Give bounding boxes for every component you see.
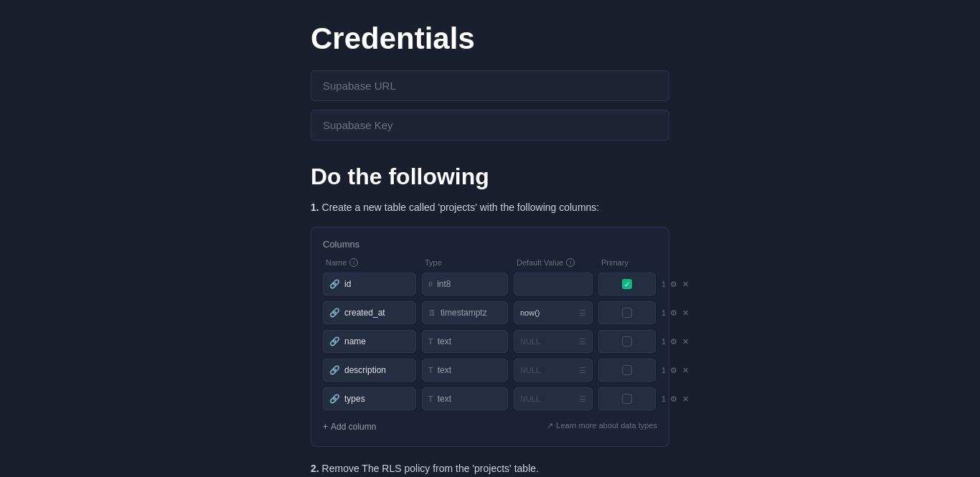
name-cell-name: 🔗 name (323, 330, 416, 353)
text-icon: T (428, 366, 433, 374)
table-row: 🔗 id # int8 ✓ 1 ⚙ ✕ (323, 273, 657, 296)
columns-table: Columns Name i Type Default Value i Prim… (311, 227, 669, 447)
column-headers: Name i Type Default Value i Primary (323, 258, 657, 267)
row-delete-types[interactable]: ✕ (681, 392, 690, 405)
link-icon: 🔗 (329, 336, 340, 346)
step1-instruction: 1. Create a new table called 'projects' … (311, 200, 669, 215)
table-footer: + Add column ↗ Learn more about data typ… (323, 416, 657, 435)
table-row: 🔗 types T text NULL ☰ 1 ⚙ ✕ (323, 387, 657, 410)
primary-header: Primary (601, 258, 659, 267)
hash-icon: # (428, 280, 433, 288)
name-cell-created-at: 🔗 created_at (323, 301, 416, 324)
primary-checkbox-description[interactable] (622, 365, 632, 375)
plus-icon: + (323, 422, 328, 432)
primary-cell-types (598, 387, 656, 410)
row-actions-name: 1 ⚙ ✕ (661, 335, 690, 348)
type-cell-name: T text (422, 330, 508, 353)
type-cell-id: # int8 (422, 273, 508, 296)
row-delete-created-at[interactable]: ✕ (681, 306, 690, 319)
primary-cell-id: ✓ (598, 273, 656, 296)
row-delete-id[interactable]: ✕ (681, 278, 690, 291)
row-actions-description: 1 ⚙ ✕ (661, 364, 690, 377)
learn-more-link[interactable]: ↗ Learn more about data types (547, 421, 657, 430)
columns-label: Columns (323, 239, 657, 250)
page-title: Credentials (311, 22, 669, 56)
default-cell-created-at: now() ☰ (514, 301, 593, 324)
name-info-icon: i (349, 258, 358, 267)
row-actions-created-at: 1 ⚙ ✕ (661, 306, 690, 319)
primary-checkbox-name[interactable] (622, 336, 632, 346)
row-delete-description[interactable]: ✕ (681, 364, 690, 377)
supabase-key-input[interactable] (311, 110, 669, 141)
row-delete-name[interactable]: ✕ (681, 335, 690, 348)
text-icon: T (428, 337, 433, 346)
link-icon: 🔗 (329, 308, 340, 318)
link-icon: 🔗 (329, 394, 340, 404)
text-icon: T (428, 395, 433, 403)
default-info-icon: i (566, 258, 575, 267)
section-title: Do the following (311, 164, 669, 190)
main-container: Credentials Do the following 1. Create a… (311, 22, 669, 477)
row-settings-types[interactable]: ⚙ (669, 392, 678, 405)
row-actions-id: 1 ⚙ ✕ (661, 278, 690, 291)
row-settings-id[interactable]: ⚙ (669, 278, 678, 291)
link-icon: 🔗 (329, 279, 340, 289)
menu-icon: ☰ (579, 308, 586, 318)
type-header: Type (425, 258, 511, 267)
name-cell-description: 🔗 description (323, 359, 416, 382)
table-row: 🔗 name T text NULL ☰ 1 ⚙ ✕ (323, 330, 657, 353)
row-index: 1 (661, 366, 666, 374)
menu-icon: ☰ (579, 337, 586, 346)
default-cell-types: NULL ☰ (514, 387, 593, 410)
row-settings-description[interactable]: ⚙ (669, 364, 678, 377)
primary-checkbox-types[interactable] (622, 394, 632, 404)
primary-cell-created-at (598, 301, 656, 324)
primary-checkbox-created-at[interactable] (622, 308, 632, 318)
row-actions-types: 1 ⚙ ✕ (661, 392, 690, 405)
row-index: 1 (661, 395, 666, 403)
name-cell-id: 🔗 id (323, 273, 416, 296)
default-value-header: Default Value i (517, 258, 595, 267)
primary-checkbox-id[interactable]: ✓ (622, 279, 632, 289)
table-row: 🔗 description T text NULL ☰ 1 ⚙ ✕ (323, 359, 657, 382)
supabase-url-input[interactable] (311, 70, 669, 101)
table-row: 🔗 created_at 🗓 timestamptz now() ☰ 1 ⚙ ✕ (323, 301, 657, 324)
type-cell-created-at: 🗓 timestamptz (422, 301, 508, 324)
step2-instruction: 2. Remove The RLS policy from the 'proje… (311, 461, 669, 476)
primary-cell-name (598, 330, 656, 353)
row-settings-name[interactable]: ⚙ (669, 335, 678, 348)
add-column-button[interactable]: + Add column (323, 419, 376, 435)
name-header: Name i (326, 258, 419, 267)
type-cell-description: T text (422, 359, 508, 382)
row-settings-created-at[interactable]: ⚙ (669, 306, 678, 319)
default-cell-name: NULL ☰ (514, 330, 593, 353)
type-cell-types: T text (422, 387, 508, 410)
calendar-icon: 🗓 (428, 308, 436, 317)
menu-icon: ☰ (579, 395, 586, 404)
default-cell-id (514, 273, 593, 296)
row-index: 1 (661, 280, 666, 288)
row-index: 1 (661, 337, 666, 346)
name-cell-types: 🔗 types (323, 387, 416, 410)
link-icon: 🔗 (329, 365, 340, 375)
row-index: 1 (661, 308, 666, 317)
menu-icon: ☰ (579, 366, 586, 375)
external-link-icon: ↗ (547, 421, 553, 430)
actions-header (664, 258, 693, 267)
primary-cell-description (598, 359, 656, 382)
default-cell-description: NULL ☰ (514, 359, 593, 382)
